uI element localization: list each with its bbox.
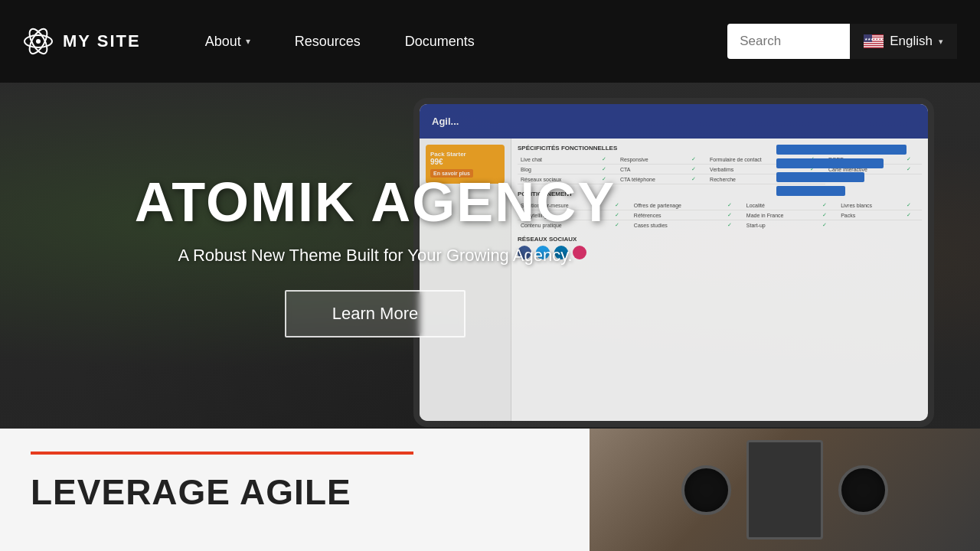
bar [776,145,906,155]
flag-icon: ★★★★★★ [864,34,884,48]
lower-left: LEVERAGE AGILE [0,429,590,513]
nav-about[interactable]: About ▾ [187,26,269,57]
hero-title: ATOMIK AGENCY [135,174,616,232]
accent-line [31,452,413,455]
chevron-down-icon: ▾ [246,36,250,47]
nav-resources[interactable]: Resources [276,26,379,57]
svg-rect-10 [864,46,884,47]
bar-chart [776,145,922,196]
chevron-down-icon: ▾ [939,37,943,47]
tablet-header: Agil... [420,104,928,139]
logo-text: MY SITE [63,31,141,51]
bar-row [776,172,922,182]
lower-title: LEVERAGE AGILE [31,471,559,513]
hero-subtitle: A Robust New Theme Built for Your Growin… [135,246,616,266]
atom-icon [23,26,54,57]
navbar: MY SITE About ▾ Resources Documents [0,0,980,83]
bar [776,186,845,196]
bar [776,172,864,182]
bar-row [776,158,922,168]
search-input[interactable] [727,24,850,59]
nav-links: About ▾ Resources Documents [187,26,728,57]
language-label: English [890,34,933,49]
language-selector[interactable]: ★★★★★★ English ▾ [850,24,957,59]
hero-content: ATOMIK AGENCY A Robust New Theme Built f… [135,174,616,337]
svg-point-3 [36,39,41,44]
nav-right: ★★★★★★ English ▾ [727,24,957,59]
nav-documents[interactable]: Documents [387,26,493,57]
hero-section: Agil... [0,83,980,429]
learn-more-button[interactable]: Learn More [285,290,466,337]
bar [776,158,884,168]
bar-row [776,145,922,155]
lower-section: LEVERAGE AGILE [0,429,980,551]
bar-row [776,186,922,196]
speaker-1 [681,465,731,515]
tablet-header-text: Agil... [432,116,459,127]
svg-rect-8 [864,42,884,43]
svg-rect-9 [864,44,884,44]
svg-text:★★★★★★: ★★★★★★ [864,37,884,41]
site-logo[interactable]: MY SITE [23,26,141,57]
lower-image-bg [590,429,980,551]
lower-right-image [590,429,980,551]
equipment-center [746,440,823,540]
speaker-2 [838,465,888,515]
